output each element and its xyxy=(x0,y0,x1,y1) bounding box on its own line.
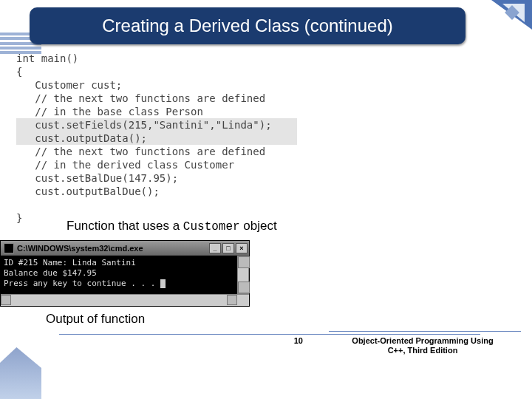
cmd-line: ID #215 Name: Linda Santini xyxy=(4,258,136,267)
code-line: cust.setBalDue(147.95); xyxy=(16,172,178,184)
code-line: // the next two functions are defined xyxy=(16,92,265,104)
decorative-corner xyxy=(480,0,532,41)
footer-text: Object-Oriented Programming Using C++, T… xyxy=(327,336,519,355)
code-listing: int main() { Customer cust; // the next … xyxy=(16,52,411,225)
code-line: } xyxy=(16,212,22,224)
code-line: Customer cust; xyxy=(16,79,122,91)
cmd-icon xyxy=(4,243,14,253)
minimize-button[interactable]: _ xyxy=(209,243,221,253)
slide-title: Creating a Derived Class (continued) xyxy=(30,7,466,44)
cmd-line: Press any key to continue . . . xyxy=(4,279,160,288)
footer-line-2: C++, Third Edition xyxy=(388,346,458,355)
code-line: // in the base class Person xyxy=(16,106,203,117)
cursor xyxy=(160,279,166,288)
code-line: cust.outputBalDue(); xyxy=(16,185,160,197)
code-line: // in the derived class Customer xyxy=(16,159,234,171)
cmd-line: Balance due $147.95 xyxy=(4,268,97,278)
code-line-highlighted: cust.outputData(); xyxy=(16,132,297,145)
code-line-highlighted: cust.setFields(215,"Santini","Linda"); xyxy=(16,118,297,132)
code-line: // the next two functions are defined xyxy=(16,146,265,157)
caption-text: object xyxy=(240,219,277,233)
code-line: { xyxy=(16,66,22,78)
close-button[interactable]: × xyxy=(236,243,248,253)
caption-code: Customer xyxy=(183,220,240,233)
cmd-titlebar: C:\WINDOWS\system32\cmd.exe _ □ × xyxy=(1,241,249,256)
caption-text: Function that uses a xyxy=(66,219,183,233)
scrollbar-horizontal[interactable] xyxy=(1,294,249,306)
cmd-output: ID #215 Name: Linda Santini Balance due … xyxy=(1,256,249,294)
cmd-title-text: C:\WINDOWS\system32\cmd.exe xyxy=(17,244,209,253)
scroll-right-button[interactable] xyxy=(227,295,237,305)
page-number: 10 xyxy=(0,336,303,345)
footer-rule xyxy=(59,334,480,335)
figure-caption-2: Output of function xyxy=(46,312,145,327)
cmd-window: C:\WINDOWS\system32\cmd.exe _ □ × ID #21… xyxy=(0,240,250,307)
footer-rule xyxy=(329,331,521,332)
figure-caption-1: Function that uses a Customer object xyxy=(66,219,277,233)
scroll-left-button[interactable] xyxy=(1,295,11,305)
maximize-button[interactable]: □ xyxy=(222,243,234,253)
footer-line-1: Object-Oriented Programming Using xyxy=(352,336,493,345)
scrollbar-vertical[interactable] xyxy=(237,256,249,294)
code-line: int main() xyxy=(16,52,78,64)
decorative-book-icon xyxy=(0,347,41,399)
